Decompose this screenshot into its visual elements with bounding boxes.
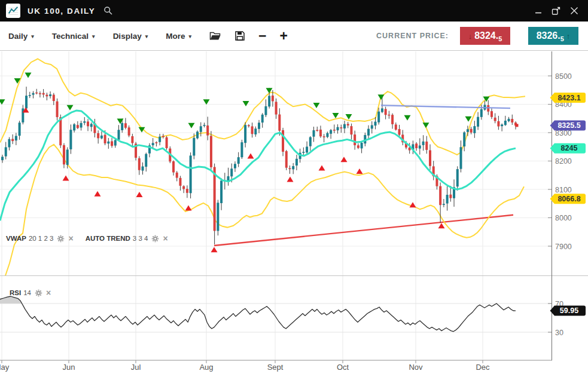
price-tick-label: 8100 [555,186,572,194]
sell-signal-icon [378,94,385,100]
rsi-remove-icon[interactable]: × [46,289,51,297]
month-label: Jun [63,363,75,372]
search-icon[interactable] [103,6,113,16]
month-label: Jul [131,363,141,372]
rsi-settings-gear-icon[interactable] [35,289,42,297]
main-panel [0,59,525,286]
vwap-indicator-params: 20 1 2 3 [29,235,54,242]
sell-signal-icon [67,105,74,111]
arrow-up-icon: ↑ [566,32,571,41]
save-layout-icon[interactable] [234,30,245,41]
buy-signal-icon [319,165,325,170]
buy-price-button[interactable]: 8326. 5 ↑ [528,27,578,45]
last-price-marker [516,124,519,127]
more-dropdown[interactable]: More▾ [166,32,191,41]
month-label: Sept [267,363,284,372]
title-bar: UK 100, DAILY [0,0,588,22]
price-tick-label: 8200 [555,157,572,165]
display-dropdown[interactable]: Display▾ [113,32,148,41]
sell-signal-icon [203,99,210,105]
chevron-down-icon: ▾ [92,32,95,39]
popout-icon[interactable] [549,3,564,19]
buy-signal-icon [341,157,348,162]
buy-signal-icon [95,191,101,197]
buy-signal-icon [63,176,69,181]
rsi-indicator-params: 14 [23,289,31,296]
rsi-line [0,296,516,332]
timeframe-label: Daily [8,32,28,41]
month-label: Nov [409,363,423,372]
price-tick-label: 8000 [555,214,572,222]
timeframe-dropdown[interactable]: Daily▾ [8,32,34,41]
autotrend-settings-gear-icon[interactable] [151,235,159,243]
sell-price-fraction: 5 [498,35,502,45]
rsi-legend: RSI 14 × [10,289,54,297]
sell-signal-icon [465,117,472,122]
price-tick-label: 8500 [555,72,572,81]
rsi-panel [0,296,516,332]
price-badge-value: 8066.8 [557,195,580,203]
rsi-indicator-name: RSI [10,289,21,296]
sell-signal-icon [25,73,32,78]
sell-signal-icon [188,123,195,128]
month-label: May [0,363,10,372]
open-layout-icon[interactable] [209,31,221,41]
chevron-down-icon: ▾ [145,32,148,39]
buy-signal-icon [357,168,363,174]
band-lower-line [0,145,524,286]
technical-label: Technical [52,32,89,41]
sell-signal-icon [346,114,352,119]
buy-signal-icon [438,223,445,228]
price-badge-value: 8423.1 [557,94,580,102]
arrow-down-icon: ↓ [468,32,473,41]
autotrend-indicator-params: 3 3 4 [133,235,148,242]
minus-icon: − [258,29,266,43]
buy-signal-icon [248,153,254,158]
sell-signal-icon [313,103,320,108]
minimize-button[interactable] [531,3,546,19]
sell-price-button[interactable]: ↓ 8324. 5 [460,27,510,45]
buy-price-fraction: 5 [560,35,564,45]
autotrend-indicator-name: AUTO TREND [86,235,130,242]
buy-signal-icon [185,205,192,210]
buy-signal-icon [211,247,218,252]
month-label: Oct [337,363,349,372]
close-button[interactable] [566,3,582,19]
sell-price-value: 8324. [474,30,498,41]
vwap-indicator-name: VWAP [6,235,26,242]
vwap-settings-gear-icon[interactable] [57,235,65,243]
month-label: Dec [476,363,490,372]
vwap-remove-icon[interactable]: × [68,234,73,243]
display-label: Display [113,32,142,41]
sell-signal-icon [243,101,249,106]
chart-window: UK 100, DAILY Daily▾ Technical▾ Display▾… [0,0,588,377]
current-price-group: CURRENT PRICE: ↓ 8324. 5 8326. 5 ↑ [376,27,580,45]
buy-signal-icon [136,192,143,197]
chart-toolbar: Daily▾ Technical▾ Display▾ More▾ − + CUR… [0,22,588,51]
sell-signal-icon [404,115,411,121]
rsi-overbought-fill [0,296,516,332]
rsi-tick-label: 30 [555,329,563,337]
window-title: UK 100, DAILY [28,7,95,16]
sell-signal-icon [333,113,339,118]
chart-region[interactable]: MayJunJulAugSeptOctNovDec850084008300820… [0,51,588,377]
price-badge-value: 8245 [561,144,578,152]
auto-trendline-support[interactable] [214,215,513,246]
price-tick-label: 7900 [555,243,572,251]
month-label: Aug [199,363,213,372]
price-badge-value: 8325.5 [557,121,580,130]
indicator-legend: VWAP 20 1 2 3 × AUTO TREND 3 3 4 × [6,234,172,243]
rsi-value-badge-value: 59.95 [560,306,578,315]
chevron-down-icon: ▾ [188,32,191,39]
zoom-in-button[interactable]: + [279,29,287,43]
buy-signal-icon [410,202,416,207]
sell-signal-icon [0,99,5,105]
sell-signal-icon [423,122,429,128]
zoom-out-button[interactable]: − [258,29,266,43]
chevron-down-icon: ▾ [31,32,34,39]
chart-app-icon [6,4,20,18]
price-chart[interactable]: MayJunJulAugSeptOctNovDec850084008300820… [0,51,588,377]
autotrend-remove-icon[interactable]: × [163,234,167,243]
auto-trendline-resistance[interactable] [381,105,510,108]
technical-dropdown[interactable]: Technical▾ [52,32,95,41]
